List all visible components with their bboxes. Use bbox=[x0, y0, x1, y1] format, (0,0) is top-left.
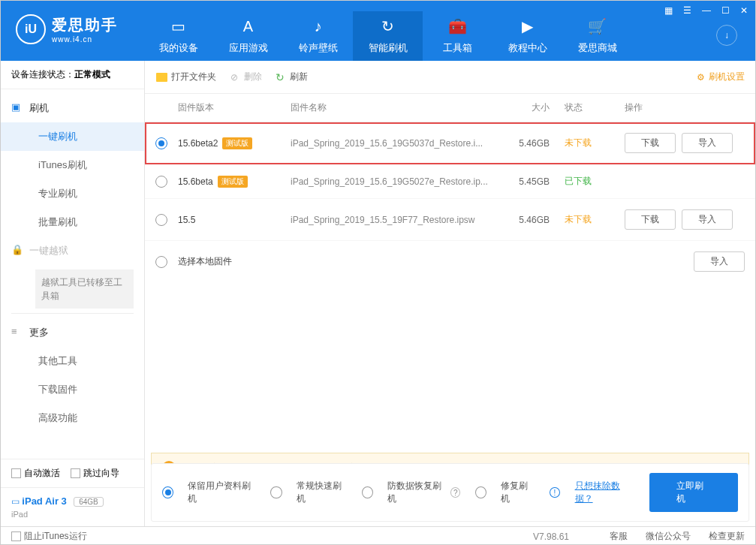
logo: iU 爱思助手 www.i4.cn bbox=[16, 14, 118, 44]
import-local-button[interactable]: 导入 bbox=[694, 251, 745, 272]
beta-badge: 测试版 bbox=[222, 137, 252, 149]
device-icon: ▭ bbox=[143, 16, 213, 37]
firmware-size: 5.45GB bbox=[505, 176, 565, 187]
beta-badge: 测试版 bbox=[218, 176, 248, 188]
ipad-icon: ▭ bbox=[11, 496, 20, 507]
grid-icon[interactable]: ▦ bbox=[661, 4, 676, 17]
firmware-version: 15.6beta测试版 bbox=[178, 176, 291, 188]
device-info[interactable]: ▭ iPad Air 3 64GB iPad bbox=[1, 487, 144, 526]
nav-store[interactable]: 🛒爱思商城 bbox=[562, 11, 632, 61]
import-button[interactable]: 导入 bbox=[682, 209, 733, 230]
tutorial-icon: ▶ bbox=[492, 16, 562, 37]
firmware-radio[interactable] bbox=[155, 176, 167, 188]
toolbar: 打开文件夹 ⊘删除 ↻刷新 ⚙刷机设置 bbox=[145, 61, 755, 94]
refresh-icon: ↻ bbox=[274, 71, 286, 83]
firmware-row[interactable]: 15.6beta2测试版 iPad_Spring_2019_15.6_19G50… bbox=[145, 122, 755, 164]
firmware-name: iPad_Spring_2019_15.5_19F77_Restore.ipsw bbox=[291, 215, 505, 225]
app-url: www.i4.cn bbox=[52, 35, 118, 44]
delete-icon: ⊘ bbox=[228, 71, 240, 83]
sidebar-itunes-flash[interactable]: iTunes刷机 bbox=[1, 151, 144, 179]
local-firmware-row: 选择本地固件 导入 bbox=[145, 241, 755, 282]
flash-opt-repair[interactable]: 修复刷机 bbox=[475, 480, 535, 505]
firmware-version: 15.5 bbox=[178, 215, 291, 225]
store-icon: 🛒 bbox=[562, 16, 632, 37]
firmware-name: iPad_Spring_2019_15.6_19G5037d_Restore.i… bbox=[291, 138, 505, 149]
version-label: V7.98.61 bbox=[533, 531, 569, 542]
firmware-status: 未下载 bbox=[565, 137, 625, 149]
sidebar: 设备连接状态：正常模式 ▣刷机 一键刷机 iTunes刷机 专业刷机 批量刷机 … bbox=[1, 61, 145, 526]
firmware-radio[interactable] bbox=[155, 137, 167, 149]
delete-button[interactable]: ⊘删除 bbox=[228, 71, 262, 83]
maximize-icon[interactable]: ☐ bbox=[718, 4, 733, 17]
download-button[interactable]: 下载 bbox=[625, 209, 676, 230]
sidebar-oneclick-flash[interactable]: 一键刷机 bbox=[1, 122, 144, 151]
sidebar-pro-flash[interactable]: 专业刷机 bbox=[1, 179, 144, 208]
open-folder-button[interactable]: 打开文件夹 bbox=[155, 71, 216, 83]
refresh-button[interactable]: ↻刷新 bbox=[274, 71, 308, 83]
close-icon[interactable]: ✕ bbox=[737, 4, 751, 17]
nav-flash[interactable]: ↻智能刷机 bbox=[353, 11, 423, 61]
sidebar-flash-group[interactable]: ▣刷机 bbox=[1, 94, 144, 122]
titlebar-controls: ▦ ☰ — ☐ ✕ bbox=[661, 4, 751, 17]
sidebar-batch-flash[interactable]: 批量刷机 bbox=[1, 208, 144, 236]
sidebar-other-tools[interactable]: 其他工具 bbox=[1, 347, 144, 375]
flash-icon: ↻ bbox=[353, 16, 423, 37]
firmware-status: 未下载 bbox=[565, 213, 625, 226]
download-button[interactable]: ↓ bbox=[716, 25, 737, 46]
flash-group-icon: ▣ bbox=[11, 101, 20, 113]
check-update-link[interactable]: 检查更新 bbox=[709, 530, 745, 543]
flash-opt-anti-recovery[interactable]: 防数据恢复刷机? bbox=[362, 480, 460, 505]
download-button[interactable]: 下载 bbox=[625, 133, 676, 153]
firmware-row[interactable]: 15.6beta测试版 iPad_Spring_2019_15.6_19G502… bbox=[145, 164, 755, 199]
firmware-radio[interactable] bbox=[155, 214, 167, 226]
nav-tutorial[interactable]: ▶教程中心 bbox=[492, 11, 562, 61]
folder-icon bbox=[156, 73, 167, 82]
nav-my-device[interactable]: ▭我的设备 bbox=[143, 11, 213, 61]
flash-opt-keep-data[interactable]: 保留用户资料刷机 bbox=[162, 480, 255, 505]
table-header: 固件版本 固件名称 大小 状态 操作 bbox=[145, 94, 755, 122]
wechat-link[interactable]: 微信公众号 bbox=[646, 530, 691, 543]
jailbreak-note: 越狱工具已转移至工具箱 bbox=[35, 269, 134, 309]
flash-settings-button[interactable]: ⚙刷机设置 bbox=[697, 71, 745, 83]
firmware-size: 5.46GB bbox=[505, 138, 565, 149]
firmware-row[interactable]: 15.5 iPad_Spring_2019_15.5_19F77_Restore… bbox=[145, 199, 755, 241]
import-button[interactable]: 导入 bbox=[682, 133, 733, 153]
erase-data-link[interactable]: 只想抹除数据？ bbox=[575, 480, 635, 505]
block-itunes-checkbox[interactable]: 阻止iTunes运行 bbox=[11, 530, 87, 543]
logo-icon: iU bbox=[16, 14, 46, 44]
app-title: 爱思助手 bbox=[52, 15, 118, 35]
gear-icon: ⚙ bbox=[697, 72, 705, 83]
flash-options-bar: 保留用户资料刷机 常规快速刷机 防数据恢复刷机? 修复刷机 ! 只想抹除数据？ … bbox=[151, 463, 749, 522]
connection-status: 设备连接状态：正常模式 bbox=[1, 61, 144, 89]
local-fw-radio[interactable] bbox=[155, 256, 167, 268]
more-icon: ≡ bbox=[11, 326, 17, 337]
menu-icon[interactable]: ☰ bbox=[680, 4, 694, 17]
support-link[interactable]: 客服 bbox=[610, 530, 628, 543]
sidebar-more-group[interactable]: ≡更多 bbox=[1, 318, 144, 347]
skip-guide-checkbox[interactable]: 跳过向导 bbox=[71, 467, 119, 480]
nav-apps[interactable]: A应用游戏 bbox=[213, 11, 283, 61]
footer: 阻止iTunes运行 V7.98.61 客服 微信公众号 检查更新 bbox=[1, 526, 755, 545]
music-icon: ♪ bbox=[283, 16, 353, 37]
storage-badge: 64GB bbox=[74, 497, 104, 507]
nav-ringtones[interactable]: ♪铃声壁纸 bbox=[283, 11, 353, 61]
sidebar-jailbreak: 🔒一键越狱 bbox=[1, 236, 144, 265]
auto-activate-row: 自动激活 跳过向导 bbox=[1, 459, 144, 487]
main-panel: 打开文件夹 ⊘删除 ↻刷新 ⚙刷机设置 固件版本 固件名称 大小 状态 操作 1… bbox=[145, 61, 755, 526]
auto-activate-checkbox[interactable]: 自动激活 bbox=[11, 467, 60, 480]
minimize-icon[interactable]: — bbox=[699, 4, 714, 17]
sidebar-advanced[interactable]: 高级功能 bbox=[1, 404, 144, 432]
apps-icon: A bbox=[213, 16, 283, 37]
firmware-size: 5.46GB bbox=[505, 215, 565, 225]
firmware-version: 15.6beta2测试版 bbox=[178, 137, 291, 149]
flash-now-button[interactable]: 立即刷机 bbox=[649, 473, 738, 512]
header: ▦ ☰ — ☐ ✕ iU 爱思助手 www.i4.cn ▭我的设备 A应用游戏 … bbox=[1, 1, 755, 61]
lock-icon: 🔒 bbox=[11, 244, 23, 255]
nav-tabs: ▭我的设备 A应用游戏 ♪铃声壁纸 ↻智能刷机 🧰工具箱 ▶教程中心 🛒爱思商城 bbox=[143, 11, 632, 61]
flash-opt-normal[interactable]: 常规快速刷机 bbox=[270, 480, 347, 505]
help-icon[interactable]: ? bbox=[450, 487, 460, 498]
nav-toolbox[interactable]: 🧰工具箱 bbox=[423, 11, 492, 61]
sidebar-download-firmware[interactable]: 下载固件 bbox=[1, 375, 144, 404]
info-icon[interactable]: ! bbox=[550, 487, 559, 498]
toolbox-icon: 🧰 bbox=[423, 16, 492, 37]
